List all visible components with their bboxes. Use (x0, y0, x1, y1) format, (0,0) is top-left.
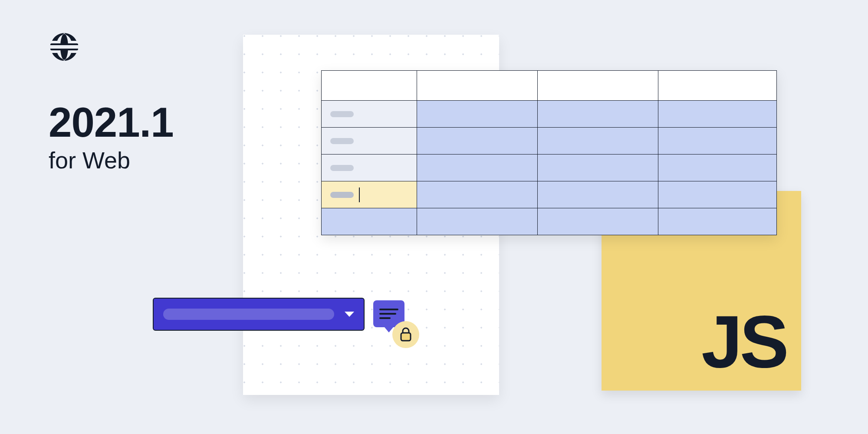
label-placeholder (330, 111, 354, 117)
data-cell[interactable] (538, 100, 658, 127)
label-placeholder (330, 138, 354, 144)
table-header-row (322, 71, 776, 100)
lock-badge (392, 321, 419, 348)
data-cell[interactable] (538, 208, 658, 235)
text-cursor (359, 187, 360, 202)
lock-icon (399, 327, 412, 342)
version-subtitle: for Web (49, 147, 174, 174)
row-label-cell[interactable] (322, 208, 417, 235)
header-cell (417, 71, 538, 100)
dropdown-value-placeholder (163, 309, 334, 320)
table-row[interactable] (322, 127, 776, 154)
row-label-cell[interactable] (322, 100, 417, 127)
dropdown-button[interactable] (153, 298, 365, 331)
text-line-icon (379, 313, 396, 315)
svg-rect-3 (401, 333, 411, 341)
js-label: JS (701, 305, 786, 378)
text-line-icon (379, 317, 391, 319)
globe-icon (49, 32, 79, 62)
label-placeholder (330, 165, 354, 171)
row-label-cell[interactable] (322, 127, 417, 154)
data-cell[interactable] (538, 154, 658, 181)
row-label-cell[interactable] (322, 154, 417, 181)
data-cell[interactable] (417, 208, 538, 235)
data-cell[interactable] (538, 127, 658, 154)
version-title: 2021.1 (49, 102, 174, 143)
data-cell[interactable] (538, 181, 658, 208)
chevron-down-icon (345, 312, 354, 317)
header-cell (658, 71, 776, 100)
row-label-cell-editing[interactable] (322, 181, 417, 208)
label-placeholder (330, 192, 354, 198)
headline: 2021.1 for Web (49, 102, 174, 174)
text-line-icon (379, 309, 398, 310)
svg-rect-2 (49, 45, 79, 49)
table-row[interactable] (322, 154, 776, 181)
data-cell[interactable] (658, 100, 776, 127)
table-row[interactable] (322, 100, 776, 127)
data-cell[interactable] (658, 181, 776, 208)
locked-comment[interactable] (373, 300, 417, 348)
data-cell[interactable] (658, 208, 776, 235)
data-cell[interactable] (658, 154, 776, 181)
table-row[interactable] (322, 208, 776, 235)
header-cell (538, 71, 658, 100)
data-cell[interactable] (417, 181, 538, 208)
data-cell[interactable] (658, 127, 776, 154)
data-cell[interactable] (417, 154, 538, 181)
header-cell (322, 71, 417, 100)
data-cell[interactable] (417, 100, 538, 127)
data-cell[interactable] (417, 127, 538, 154)
table-row-active[interactable] (322, 181, 776, 208)
spreadsheet-table (321, 70, 777, 235)
